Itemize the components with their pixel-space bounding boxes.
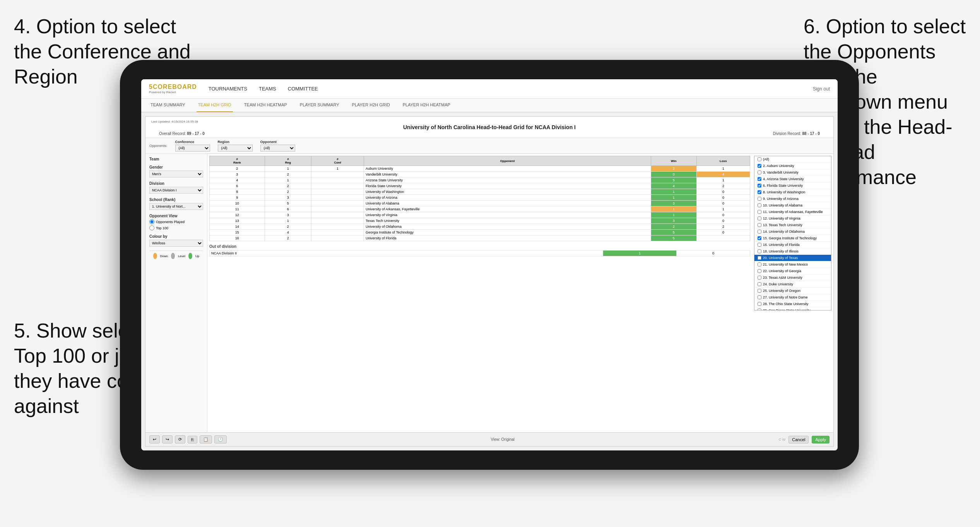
col-rank: #Rank (210, 156, 265, 166)
dropdown-item[interactable]: 23. Texas A&M University (754, 275, 831, 281)
dropdown-item[interactable]: 21. University of New Mexico (754, 261, 831, 268)
dropdown-item[interactable]: 15. Georgia Institute of Technology (754, 235, 831, 242)
cell-loss: 0 (696, 195, 750, 201)
cell-conf (311, 183, 364, 189)
out-div-table: NCAA Division II 1 0 (209, 250, 750, 256)
colour-by-label: Colour by (149, 234, 203, 239)
dropdown-item[interactable]: (All) (754, 156, 831, 163)
school-select[interactable]: 1. University of Nort... (149, 203, 203, 210)
refresh-btn[interactable]: ⟳ (175, 435, 185, 443)
cell-conf (311, 172, 364, 177)
dropdown-item[interactable]: 13. Texas Tech University (754, 222, 831, 229)
cell-win: 1 (603, 251, 677, 256)
cell-name: University of Washington (364, 189, 651, 195)
table-row: 12 3 University of Virginia 1 0 (210, 212, 750, 218)
dropdown-item[interactable]: 8. University of Washington (754, 189, 831, 196)
conference-select[interactable]: (All) (175, 145, 210, 152)
colour-level-label: Level (178, 254, 185, 258)
dropdown-item[interactable]: 4. Arizona State University (754, 176, 831, 182)
copy-btn[interactable]: ⎘ (188, 436, 197, 443)
dropdown-item[interactable]: 11. University of Arkansas, Fayetteville (754, 209, 831, 215)
last-updated: Last Updated: 4/15/2024 16:55:38 (151, 120, 828, 123)
region-select[interactable]: (All) (218, 145, 253, 152)
tab-player-summary[interactable]: PLAYER SUMMARY (298, 98, 341, 112)
cell-conf (311, 177, 364, 183)
dropdown-item[interactable]: 24. Duke University (754, 281, 831, 288)
cell-rank: 4 (210, 177, 265, 183)
tab-team-h2h-grid[interactable]: TEAM H2H GRID (197, 98, 233, 112)
tab-player-h2h-grid[interactable]: PLAYER H2H GRID (351, 98, 392, 112)
dropdown-item[interactable]: 12. University of Virginia (754, 215, 831, 222)
cell-reg: 3 (265, 212, 311, 218)
dropdown-item[interactable]: 9. University of Arizona (754, 196, 831, 202)
cell-conf (311, 212, 364, 218)
dropdown-item[interactable]: 10. University of Alabama (754, 202, 831, 209)
nav-tournaments[interactable]: TOURNAMENTS (209, 84, 247, 94)
report-header: Last Updated: 4/15/2024 16:55:38 Univers… (145, 117, 833, 138)
nav-signout[interactable]: Sign out (813, 86, 830, 92)
opponent-dropdown-panel[interactable]: (All)2. Auburn University3. Vanderbilt U… (754, 156, 831, 310)
radio-top100[interactable]: Top 100 (149, 225, 203, 230)
dropdown-item[interactable]: 22. University of Georgia (754, 268, 831, 275)
nav-committee[interactable]: COMMITTEE (288, 84, 318, 94)
dropdown-item[interactable]: 27. University of Notre Dame (754, 294, 831, 301)
dropdown-item[interactable]: 6. Florida State University (754, 182, 831, 189)
dropdown-item[interactable]: 18. University of Illinois (754, 248, 831, 255)
watermark: © W (779, 438, 786, 442)
apply-btn[interactable]: Apply (812, 436, 829, 443)
bottom-right: © W Cancel Apply (779, 436, 829, 443)
dropdown-item[interactable]: 28. The Ohio State University (754, 301, 831, 307)
dropdown-item[interactable]: 16. University of Florida (754, 242, 831, 248)
colour-by-select[interactable]: Win/loss (149, 240, 203, 247)
cell-reg: 1 (265, 166, 311, 172)
cell-win: 2 (651, 224, 696, 230)
tab-team-summary[interactable]: TEAM SUMMARY (149, 98, 187, 112)
tablet-device: 5COREBOARD Powered by Racket TOURNAMENTS… (120, 60, 859, 470)
dropdown-item[interactable]: 29. San Diego State University (754, 307, 831, 310)
undo-btn[interactable]: ↩ (149, 435, 160, 443)
division-select[interactable]: NCAA Division I (149, 187, 203, 194)
team-section: Team (149, 157, 203, 161)
view-label: View: Original (491, 437, 515, 442)
cancel-btn[interactable]: Cancel (788, 436, 809, 443)
table-head: #Rank #Reg #Conf Opponent Win Loss (210, 156, 750, 166)
opponents-label: Opponents: (149, 144, 168, 148)
cell-loss: 2 (696, 183, 750, 189)
cell-reg: 1 (265, 218, 311, 224)
cell-loss: 2 (696, 224, 750, 230)
main-content: Last Updated: 4/15/2024 16:55:38 Univers… (141, 113, 838, 450)
h2h-table: #Rank #Reg #Conf Opponent Win Loss (209, 156, 750, 241)
cell-loss (696, 235, 750, 241)
cell-win: 5 (651, 177, 696, 183)
tab-player-h2h-heatmap[interactable]: PLAYER H2H HEATMAP (401, 98, 452, 112)
paste-btn[interactable]: 📋 (200, 435, 212, 443)
dropdown-item[interactable]: 20. University of Texas (754, 255, 831, 261)
cell-name: Texas Tech University (364, 218, 651, 224)
radio-opponents-played[interactable]: Opponents Played (149, 219, 203, 224)
clock-btn[interactable]: 🕐 (214, 435, 227, 443)
gender-select[interactable]: Men's (149, 171, 203, 177)
out-div-body: NCAA Division II 1 0 (210, 251, 750, 256)
cell-name: Auburn University (364, 166, 651, 172)
opponent-select[interactable]: (All) (260, 145, 295, 152)
dropdown-item[interactable]: 2. Auburn University (754, 163, 831, 169)
content-inner: Last Updated: 4/15/2024 16:55:38 Univers… (145, 116, 834, 447)
table-body: 2 1 1 Auburn University 2 1 3 2 Vanderbi… (210, 166, 750, 241)
gender-section: Gender Men's (149, 165, 203, 177)
dropdown-item[interactable]: 3. Vanderbilt University (754, 169, 831, 176)
cell-reg: 2 (265, 224, 311, 230)
tab-team-h2h-heatmap[interactable]: TEAM H2H HEATMAP (243, 98, 289, 112)
opponent-view-label: Opponent View (149, 214, 203, 218)
cell-name: University of Arkansas, Fayetteville (364, 206, 651, 212)
colour-down (153, 253, 157, 259)
cell-name: Arizona State University (364, 177, 651, 183)
nav-teams[interactable]: TEAMS (259, 84, 276, 94)
dropdown-item[interactable]: 25. University of Oregon (754, 288, 831, 294)
redo-btn[interactable]: ↪ (162, 435, 173, 443)
cell-win: 1 (651, 206, 696, 212)
region-label: Region (218, 140, 253, 144)
sub-nav: TEAM SUMMARY TEAM H2H GRID TEAM H2H HEAT… (141, 99, 838, 113)
dropdown-item[interactable]: 14. University of Oklahoma (754, 229, 831, 235)
cell-name: University of Virginia (364, 212, 651, 218)
cell-rank: 14 (210, 224, 265, 230)
